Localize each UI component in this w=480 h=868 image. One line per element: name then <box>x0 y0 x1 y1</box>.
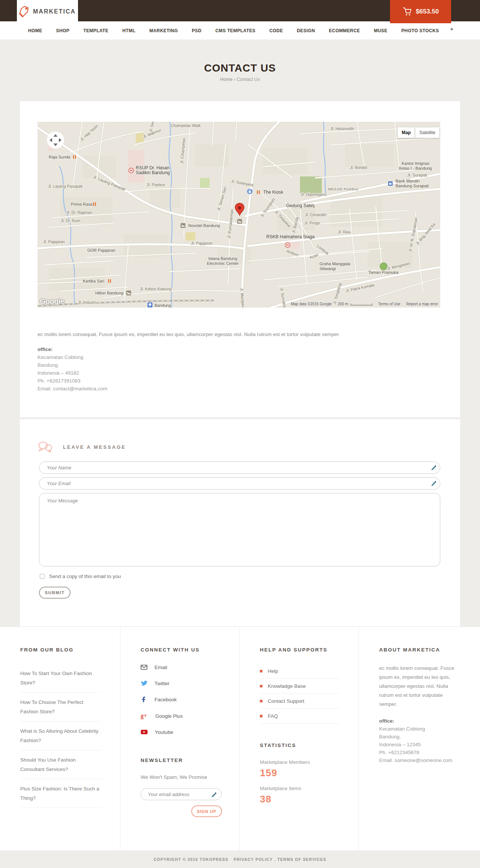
cat-marketing[interactable]: MARKETING <box>149 28 178 33</box>
google-plus-icon: g+ <box>141 713 148 719</box>
google-map[interactable]: HH Champelas WalkJl. HasanudinJl. Haji Y… <box>38 122 440 308</box>
submit-button[interactable]: SUBMIT <box>39 587 70 599</box>
address-phone: Ph. +6212345678 <box>379 748 461 756</box>
blog-post-link[interactable]: How To Choose The Perfect Fashion Store? <box>20 693 101 722</box>
signup-button[interactable]: SIGN UP <box>191 805 222 817</box>
terms-of-use-link[interactable]: Terms of Use <box>378 302 400 306</box>
contact-card: HH Champelas WalkJl. HasanudinJl. Haji Y… <box>20 101 460 417</box>
google-logo[interactable]: Google <box>40 297 64 306</box>
cat-home[interactable]: HOME <box>28 28 42 33</box>
map-label: Gedung Sate <box>286 203 313 208</box>
cat-code[interactable]: CODE <box>269 28 283 33</box>
map-label: Jl. Dr. Rajiman <box>66 210 92 215</box>
map-label: Hilton Bandung <box>95 291 123 295</box>
email-input[interactable] <box>39 477 440 490</box>
station-icon <box>148 303 153 308</box>
about-office-address: office: Kecamatan Coblong Bandung. Indon… <box>379 717 461 764</box>
square-bullet-icon <box>260 685 262 687</box>
breadcrumb-home[interactable]: Home <box>220 77 232 82</box>
newsletter-email-input[interactable] <box>141 789 221 800</box>
help-link[interactable]: FAQ <box>260 709 340 724</box>
cat-muse[interactable]: MUSE <box>374 28 387 33</box>
map-pan-control[interactable] <box>47 131 64 149</box>
map-label: Taman Pramuka <box>368 270 399 275</box>
cart-button[interactable]: $653.50 <box>390 0 451 23</box>
map-label: Novotel Bandung <box>188 223 220 228</box>
map-label: RSUP Dr. HasanSadikin Bandung <box>136 165 170 175</box>
hospital-icon: H <box>129 168 134 173</box>
map-attribution: Map data ©2015 Google 200 m Terms of Use… <box>291 302 438 306</box>
map-scale: 200 m <box>338 302 372 306</box>
map-label: Istana BandungElectronic Center <box>207 256 239 266</box>
send-copy-checkbox[interactable] <box>40 574 45 579</box>
map-label: Champelas Walk <box>171 123 201 128</box>
svg-text:H: H <box>130 169 133 172</box>
office-label: office: <box>379 717 461 725</box>
about-heading: ABOUT MARKETICA <box>379 647 461 653</box>
cat-design[interactable]: DESIGN <box>297 28 315 33</box>
message-textarea[interactable] <box>39 493 440 566</box>
map-label: MESJID PUSDAI <box>328 187 358 191</box>
page-title: CONTACT US <box>0 62 480 74</box>
office-label: office: <box>38 345 107 353</box>
blog-post-link[interactable]: Plus Size Fashion: Is There Such a Thing… <box>20 779 101 808</box>
blog-post-link[interactable]: What is So Alluring About Celebrity Fash… <box>20 722 101 750</box>
chevron-down-icon[interactable]: » <box>449 28 454 30</box>
help-link[interactable]: Help <box>260 664 340 679</box>
logo[interactable]: MARKETICA <box>17 0 78 23</box>
map-label: Jl. Pasteur <box>147 182 165 187</box>
svg-text:H: H <box>286 243 289 247</box>
cat-shop[interactable]: SHOP <box>56 28 70 33</box>
hotel-icon <box>181 223 186 228</box>
blog-post-link[interactable]: Should You Use Fashion Consultant Servic… <box>20 750 101 779</box>
hotel-icon <box>126 291 131 296</box>
cat-ecommerce[interactable]: ECOMMERCE <box>329 28 360 33</box>
blog-post-link[interactable]: How To Start Your Own Fashion Store? <box>20 664 101 693</box>
social-link-google-plus[interactable]: g+ Google Plus <box>141 713 220 719</box>
hospital-icon: H <box>285 243 290 248</box>
cat-cms-templates[interactable]: CMS TEMPLATES <box>215 28 255 33</box>
satellite-button[interactable]: Satellite <box>415 127 440 138</box>
legal-links[interactable]: PRIVACY POLICY . TERMS OF SERVICES <box>234 857 326 862</box>
cat-psd[interactable]: PSD <box>192 28 201 33</box>
social-link-facebook[interactable]: Facebook <box>141 696 220 703</box>
address-line: Kecamatan Coblong <box>379 725 461 733</box>
chat-bubbles-icon <box>38 441 52 453</box>
social-link-email[interactable]: Email <box>141 664 220 671</box>
map-label: Kartika Sari <box>83 279 104 283</box>
map-label: Bandung <box>154 303 171 308</box>
cat-html[interactable]: HTML <box>122 28 135 33</box>
office-address: office: Kecamatan Coblong Bandung. Indon… <box>38 345 107 393</box>
help-link[interactable]: Contact Support <box>260 694 340 709</box>
help-link[interactable]: Knowladge Base <box>260 679 340 694</box>
map-label: RSKB Halmahera Siaga <box>266 234 315 239</box>
footer-help-column: HELP AND SUPPORTS Help Knowladge Base Co… <box>239 627 358 850</box>
park-area <box>300 176 322 194</box>
newsletter-heading: NEWSLETTER <box>141 757 220 763</box>
cat-photo-stocks[interactable]: PHOTO STOCKS <box>401 28 439 33</box>
map-label: Jl. Pajajaran <box>191 241 213 245</box>
category-nav: HOME SHOP TEMPLATE HTML MARKETING PSD CM… <box>0 21 480 40</box>
social-link-twitter[interactable]: Twitter <box>141 680 220 686</box>
youtube-icon <box>141 729 148 735</box>
send-copy-label: Send a copy of this email to you <box>49 574 121 579</box>
map-label: Jl. Cimandiri <box>305 212 327 217</box>
map-label: Jl. Kebon Kawung <box>140 287 172 291</box>
cat-template[interactable]: TEMPLATE <box>83 28 108 33</box>
help-heading: HELP AND SUPPORTS <box>260 647 340 653</box>
report-map-error-link[interactable]: Report a map error <box>406 302 438 306</box>
footer: FROM OUR BLOG How To Start Your Own Fash… <box>0 626 480 850</box>
breadcrumb-current: Contact Us <box>237 77 260 82</box>
map-label: The Kiosk <box>263 190 284 195</box>
footer-connect-column: CONNECT WITH US Email Twitter Facebook g… <box>120 627 239 850</box>
cart-icon <box>402 7 412 16</box>
map-label: JI. Diponegoro <box>301 192 326 197</box>
map-button[interactable]: Map <box>398 127 415 138</box>
tag-logo-icon <box>19 6 30 18</box>
map-label: GOR Pajajaran <box>87 248 116 252</box>
address-line: Bandung. <box>379 733 461 741</box>
svg-text:g+: g+ <box>141 713 147 719</box>
name-input[interactable] <box>39 462 440 474</box>
social-link-youtube[interactable]: Youtube <box>141 729 220 735</box>
map-label: Jl. Riau <box>338 230 351 234</box>
